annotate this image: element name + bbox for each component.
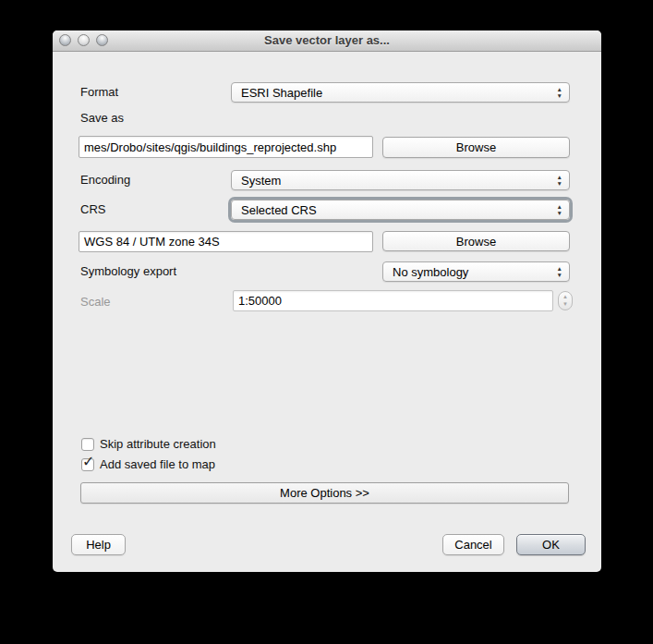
save-vector-layer-dialog: Save vector layer as... Format ESRI Shap… [53, 30, 601, 572]
encoding-label: Encoding [80, 173, 130, 188]
symbology-export-label: Symbology export [80, 264, 176, 279]
scale-stepper[interactable]: ▲ ▼ [558, 291, 573, 310]
scale-label: Scale [80, 295, 111, 310]
crs-dropdown-value: Selected CRS [241, 203, 317, 217]
skip-attribute-label: Skip attribute creation [100, 437, 216, 451]
crs-name-field[interactable]: WGS 84 / UTM zone 34S [79, 231, 373, 252]
cancel-button[interactable]: Cancel [442, 534, 504, 555]
symbology-export-dropdown[interactable]: No symbology ▲▼ [382, 261, 570, 282]
scale-value: 1:50000 [238, 294, 282, 308]
updown-arrows-icon: ▲▼ [557, 266, 562, 277]
add-saved-file-label: Add saved file to map [100, 457, 215, 471]
symbology-dropdown-value: No symbology [393, 265, 468, 279]
window-title: Save vector layer as... [53, 33, 601, 47]
ok-button[interactable]: OK [516, 534, 586, 555]
crs-name-value: WGS 84 / UTM zone 34S [84, 235, 220, 249]
format-dropdown-value: ESRI Shapefile [241, 86, 322, 100]
add-saved-file-row: ✓ Add saved file to map [81, 457, 215, 471]
add-saved-file-checkbox[interactable]: ✓ [81, 458, 94, 471]
checkmark-icon: ✓ [82, 453, 94, 470]
format-dropdown[interactable]: ESRI Shapefile ▲▼ [231, 82, 570, 103]
title-bar: Save vector layer as... [53, 30, 601, 52]
save-as-path-field[interactable]: mes/Drobo/sites/qgis/buildings_reproject… [79, 136, 373, 158]
skip-attribute-row: ✓ Skip attribute creation [81, 437, 216, 451]
stepper-down-icon: ▼ [562, 302, 568, 307]
save-as-path-value: mes/Drobo/sites/qgis/buildings_reproject… [84, 140, 336, 154]
scale-field[interactable]: 1:50000 [233, 290, 553, 311]
skip-attribute-checkbox[interactable]: ✓ [81, 438, 94, 451]
updown-arrows-icon: ▲▼ [557, 175, 562, 186]
updown-arrows-icon: ▲▼ [557, 87, 562, 98]
browse-crs-button[interactable]: Browse [382, 231, 570, 251]
help-button[interactable]: Help [71, 534, 126, 555]
crs-dropdown[interactable]: Selected CRS ▲▼ [231, 200, 570, 220]
encoding-dropdown[interactable]: System ▲▼ [231, 170, 570, 190]
encoding-dropdown-value: System [241, 174, 281, 188]
more-options-button[interactable]: More Options >> [80, 482, 569, 504]
stepper-up-icon: ▲ [562, 295, 568, 299]
updown-arrows-icon: ▲▼ [557, 204, 562, 215]
save-as-label: Save as [80, 111, 124, 126]
browse-save-as-button[interactable]: Browse [382, 137, 570, 158]
format-label: Format [80, 85, 118, 100]
crs-label: CRS [80, 202, 105, 217]
